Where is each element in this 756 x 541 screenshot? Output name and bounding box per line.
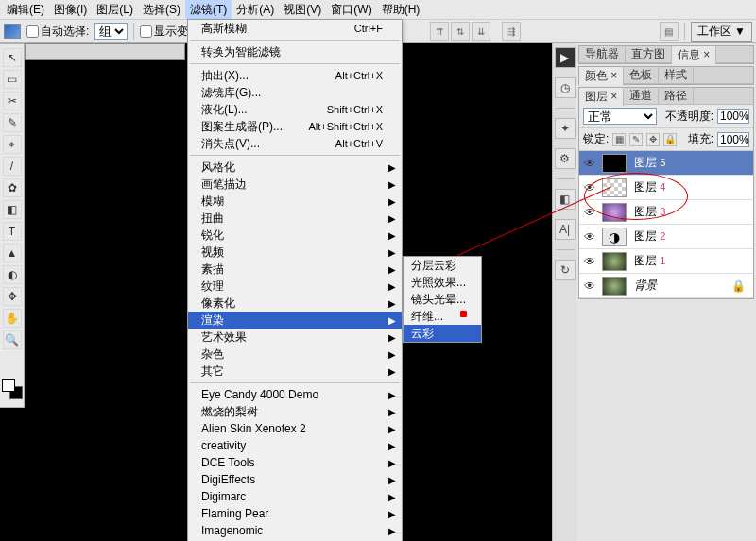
submenu-风格化[interactable]: 风格化▶ <box>188 159 402 176</box>
menu-vanishing-point[interactable]: 消失点(V)...Alt+Ctrl+V <box>188 135 402 152</box>
rail-btn-4[interactable]: ⚙ <box>555 148 576 169</box>
layer-row[interactable]: 👁背景🔒 <box>579 274 753 298</box>
zoom-tool-icon[interactable]: 🔍 <box>3 330 22 349</box>
layer-row[interactable]: 👁图层 1 <box>579 249 753 274</box>
render-镜头光晕...[interactable]: 镜头光晕... <box>404 291 481 308</box>
rail-btn-6[interactable]: A| <box>555 219 576 240</box>
hand-tool-icon[interactable]: ✋ <box>3 309 22 328</box>
tab-swatches[interactable]: 色板 <box>624 66 659 84</box>
menu-help[interactable]: 帮助(H) <box>377 0 425 20</box>
auto-select-mode[interactable]: 组 <box>94 23 128 40</box>
menu-convert-smart[interactable]: 转换为智能滤镜 <box>188 43 402 60</box>
lock-transp-icon[interactable]: ▦ <box>612 133 626 146</box>
tab-styles[interactable]: 样式 <box>659 66 694 84</box>
tab-navigator[interactable]: 导航器 <box>579 45 626 63</box>
show-transform-check[interactable]: 显示变 <box>140 24 188 40</box>
menu-select[interactable]: 选择(S) <box>138 0 185 20</box>
plugin-alien-skin-xenofex-2[interactable]: Alien Skin Xenofex 2▶ <box>188 420 402 437</box>
tab-histogram[interactable]: 直方图 <box>626 45 672 63</box>
plugin-digieffects[interactable]: DigiEffects▶ <box>188 471 402 488</box>
lock-pos-icon[interactable]: ✥ <box>646 133 660 146</box>
brush-tool-icon[interactable]: / <box>3 157 22 176</box>
menu-layer[interactable]: 图层(L) <box>92 0 138 20</box>
dodge-tool-icon[interactable]: ◐ <box>3 265 22 284</box>
fill-value[interactable]: 100% <box>717 132 749 147</box>
lock-pixels-icon[interactable]: ✎ <box>629 133 643 146</box>
visibility-icon[interactable]: 👁 <box>581 255 598 268</box>
align-vmid-icon[interactable]: ⇅ <box>451 22 470 41</box>
menu-extract[interactable]: 抽出(X)...Alt+Ctrl+X <box>188 67 402 84</box>
menu-filter[interactable]: 滤镜(T) <box>185 0 232 20</box>
workspace-menu[interactable]: 工作区 ▼ <box>691 22 752 42</box>
visibility-icon[interactable]: 👁 <box>581 230 598 244</box>
menu-edit[interactable]: 编辑(E) <box>2 0 49 20</box>
rail-btn-7[interactable]: ↻ <box>555 260 576 280</box>
bridge-icon[interactable]: ▤ <box>660 22 679 41</box>
eyedropper-tool-icon[interactable]: ⌖ <box>3 135 22 154</box>
submenu-纹理[interactable]: 纹理▶ <box>188 278 402 295</box>
fg-swatch-icon[interactable] <box>2 379 15 392</box>
submenu-素描[interactable]: 素描▶ <box>188 261 402 278</box>
menu-image[interactable]: 图像(I) <box>49 0 92 20</box>
visibility-icon[interactable]: 👁 <box>581 206 598 219</box>
opacity-value[interactable]: 100% <box>717 109 749 124</box>
rail-btn-2[interactable]: ◷ <box>555 77 576 98</box>
tab-layers[interactable]: 图层 × <box>579 87 624 106</box>
plugin-creativity[interactable]: creativity▶ <box>188 437 402 454</box>
submenu-视频[interactable]: 视频▶ <box>188 244 402 261</box>
blend-mode-select[interactable]: 正常 <box>583 108 657 125</box>
lock-all-icon[interactable]: 🔒 <box>663 133 677 146</box>
pen-tool-icon[interactable]: ▲ <box>3 244 22 262</box>
render-光照效果...[interactable]: 光照效果... <box>404 274 481 291</box>
menu-filter-gallery[interactable]: 滤镜库(G)... <box>188 84 402 101</box>
plugin-燃烧的梨树[interactable]: 燃烧的梨树▶ <box>188 403 402 420</box>
rail-btn-5[interactable]: ◧ <box>555 189 576 210</box>
submenu-艺术效果[interactable]: 艺术效果▶ <box>188 329 402 346</box>
menu-window[interactable]: 窗口(W) <box>326 0 376 20</box>
auto-select-check[interactable]: 自动选择: <box>26 24 89 40</box>
color-swatches[interactable] <box>2 379 23 399</box>
lasso-tool-icon[interactable]: ✂ <box>3 92 22 110</box>
layer-row[interactable]: 👁图层 5 <box>579 151 753 176</box>
submenu-像素化[interactable]: 像素化▶ <box>188 295 402 312</box>
move-tool-icon[interactable]: ↖ <box>3 48 22 67</box>
visibility-icon[interactable]: 👁 <box>581 181 598 194</box>
type-tool-icon[interactable]: T <box>3 222 22 241</box>
tab-channels[interactable]: 通道 <box>624 87 659 105</box>
plugin-digimarc[interactable]: Digimarc▶ <box>188 488 402 505</box>
shape-tool-icon[interactable]: ✥ <box>3 287 22 306</box>
plugin-flaming-pear[interactable]: Flaming Pear▶ <box>188 505 402 522</box>
submenu-渲染[interactable]: 渲染▶ <box>188 312 402 329</box>
menu-analysis[interactable]: 分析(A) <box>232 0 279 20</box>
gradient-tool-icon[interactable]: ◧ <box>3 200 22 219</box>
rail-btn-3[interactable]: ✦ <box>555 118 576 139</box>
tab-color[interactable]: 颜色 × <box>579 66 624 85</box>
render-分层云彩[interactable]: 分层云彩 <box>404 257 481 274</box>
layer-row[interactable]: 👁◑图层 2 <box>579 225 753 249</box>
submenu-锐化[interactable]: 锐化▶ <box>188 227 402 244</box>
menu-liquify[interactable]: 液化(L)...Shift+Ctrl+X <box>188 101 402 118</box>
layer-row[interactable]: 👁图层 4 <box>579 176 753 200</box>
menu-last-filter[interactable]: 高斯模糊 Ctrl+F <box>188 20 402 37</box>
submenu-其它[interactable]: 其它▶ <box>188 363 402 380</box>
distribute-icon[interactable]: ⇶ <box>502 22 521 41</box>
submenu-扭曲[interactable]: 扭曲▶ <box>188 210 402 227</box>
submenu-模糊[interactable]: 模糊▶ <box>188 193 402 210</box>
visibility-icon[interactable]: 👁 <box>581 279 598 293</box>
tab-info[interactable]: 信息 × <box>672 45 716 64</box>
submenu-杂色[interactable]: 杂色▶ <box>188 346 402 363</box>
render-纤维...[interactable]: 纤维... <box>404 308 481 325</box>
menu-pattern-maker[interactable]: 图案生成器(P)...Alt+Shift+Ctrl+X <box>188 118 402 135</box>
menu-view[interactable]: 视图(V) <box>279 0 326 20</box>
render-云彩[interactable]: 云彩 <box>404 325 481 342</box>
submenu-画笔描边[interactable]: 画笔描边▶ <box>188 176 402 193</box>
crop-tool-icon[interactable]: ✎ <box>3 113 22 132</box>
align-top-icon[interactable]: ⇈ <box>430 22 449 41</box>
tab-paths[interactable]: 路径 <box>659 87 694 105</box>
plugin-imagenomic[interactable]: Imagenomic▶ <box>188 522 402 539</box>
plugin-eye-candy-4000-demo[interactable]: Eye Candy 4000 Demo▶ <box>188 386 402 403</box>
plugin-dce-tools[interactable]: DCE Tools▶ <box>188 454 402 471</box>
align-bottom-icon[interactable]: ⇊ <box>472 22 490 41</box>
layer-row[interactable]: 👁图层 3 <box>579 200 753 225</box>
heal-tool-icon[interactable]: ✿ <box>3 178 22 197</box>
